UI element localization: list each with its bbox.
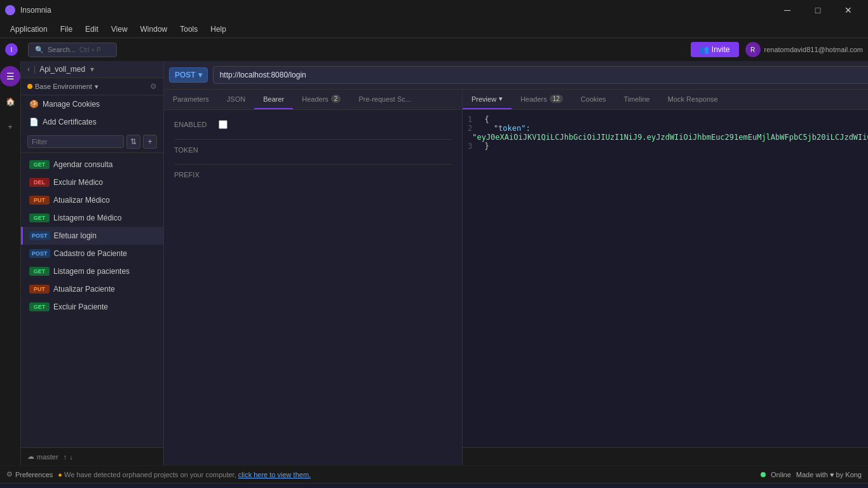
sidebar-item-atualizar-paciente[interactable]: PUT Atualizar Paciente xyxy=(21,280,163,298)
method-badge-put: PUT xyxy=(29,285,50,294)
app-layout: ☰ 🏠 + ‹ | Api_voll_med ▾ Base Environmen… xyxy=(0,61,868,465)
sidebar-item-listagem-pacientes[interactable]: GET Listagem de pacientes xyxy=(21,262,163,280)
title-bar-title: Insomnia xyxy=(20,6,51,15)
method-badge-get: GET xyxy=(29,267,50,276)
header-search[interactable]: 🔍 Search... Ctrl + P xyxy=(28,43,117,57)
tab-mock-response[interactable]: Mock Response xyxy=(659,90,727,109)
sidebar-item-agendar[interactable]: GET Agendar consulta xyxy=(21,156,163,173)
enabled-checkbox[interactable] xyxy=(219,120,227,129)
sidebar-item-excluir-medico[interactable]: DEL Excluir Médico xyxy=(21,173,163,191)
item-name: Atualizar Médico xyxy=(53,196,110,205)
maximize-button[interactable]: □ xyxy=(803,0,832,20)
invite-button[interactable]: 👥 Invite xyxy=(691,42,739,57)
taskbar-edge[interactable]: 🌐 xyxy=(198,485,221,489)
prefix-label: PREFIX xyxy=(174,171,212,179)
search-icon: 🔍 xyxy=(35,46,44,54)
sync-down-icon[interactable]: ↓ xyxy=(69,453,73,461)
nav-home[interactable]: 🏠 xyxy=(0,92,20,112)
menu-application[interactable]: Application xyxy=(5,22,53,36)
user-email: renatomdavid811@hotmail.com xyxy=(764,46,863,53)
made-with: Made with ♥ by Kong xyxy=(796,471,862,478)
tab-prerequest[interactable]: Pre-request Sc... xyxy=(349,90,420,109)
menu-tools[interactable]: Tools xyxy=(175,22,203,36)
breadcrumb-separator: | xyxy=(34,65,36,74)
env-name: Base Environment xyxy=(35,83,92,90)
method-label: POST xyxy=(175,71,196,79)
tab-bearer[interactable]: Bearer xyxy=(254,90,293,109)
user-info[interactable]: R renatomdavid811@hotmail.com xyxy=(745,42,863,57)
minimize-button[interactable]: ─ xyxy=(773,0,802,20)
workspace-icon[interactable]: ☰ xyxy=(0,66,20,86)
sidebar-item-atualizar-medico[interactable]: PUT Atualizar Médico xyxy=(21,191,163,209)
preferences-label: Preferences xyxy=(15,471,53,478)
env-selector[interactable]: Base Environment ▾ xyxy=(27,83,98,91)
menu-window[interactable]: Window xyxy=(135,22,173,36)
nav-add[interactable]: + xyxy=(0,117,20,137)
tab-response-headers[interactable]: Headers 12 xyxy=(512,90,572,109)
sidebar-items-list: GET Agendar consulta DEL Excluir Médico … xyxy=(21,153,163,447)
tab-json[interactable]: JSON xyxy=(218,90,254,109)
taskbar-task-view[interactable]: ⬛ xyxy=(150,485,173,489)
app-icon xyxy=(5,5,15,15)
taskbar-whatsapp[interactable]: 💬 xyxy=(295,485,318,489)
notif-link[interactable]: click here to view them. xyxy=(238,471,311,478)
method-badge-post: POST xyxy=(29,231,50,240)
tab-headers[interactable]: Headers 2 xyxy=(293,90,349,109)
tab-cookies[interactable]: Cookies xyxy=(572,90,615,109)
bearer-enabled-row: ENABLED xyxy=(174,120,452,129)
online-indicator xyxy=(761,472,766,477)
preview-chevron: ▾ xyxy=(499,95,503,103)
header-nav: I 🔍 Search... Ctrl + P 👥 Invite R renato… xyxy=(0,38,868,61)
sidebar-item-excluir-paciente[interactable]: GET Excluir Paciente xyxy=(21,298,163,316)
cert-icon: 📄 xyxy=(29,118,39,126)
taskbar-browser2[interactable]: 🌊 xyxy=(343,485,366,489)
header-logo: I xyxy=(5,43,18,56)
menu-file[interactable]: File xyxy=(55,22,78,36)
taskbar-chrome[interactable] xyxy=(174,485,197,489)
warning-dot: ● xyxy=(58,471,62,478)
sidebar-item-efetuar-login[interactable]: POST Efetuar login xyxy=(21,227,163,245)
collection-chevron[interactable]: ▾ xyxy=(90,65,94,74)
env-gear-icon[interactable]: ⚙ xyxy=(150,82,157,91)
sync-up-icon[interactable]: ↑ xyxy=(64,453,67,461)
invite-label: Invite xyxy=(712,45,730,54)
url-input[interactable] xyxy=(213,66,868,84)
method-badge-get: GET xyxy=(29,214,50,222)
response-panel: Preview ▾ Headers 12 Cookies Timeline Mo… xyxy=(463,90,868,465)
taskbar-store[interactable]: 🛍 xyxy=(222,485,245,489)
json-line-3: 3 } xyxy=(468,142,868,151)
tab-preview[interactable]: Preview ▾ xyxy=(463,90,512,109)
add-certificates-item[interactable]: 📄 Add Certificates xyxy=(21,113,163,131)
preferences-btn[interactable]: ⚙ Preferences xyxy=(6,470,53,478)
manage-cookies-label: Manage Cookies xyxy=(43,100,100,109)
taskbar-mail[interactable]: ✉ xyxy=(247,485,269,489)
menu-help[interactable]: Help xyxy=(205,22,231,36)
title-bar: Insomnia ─ □ ✕ xyxy=(0,0,868,20)
close-button[interactable]: ✕ xyxy=(834,0,863,20)
start-button[interactable]: ⊞ xyxy=(5,486,25,489)
sidebar-item-cadastro-paciente[interactable]: POST Cadastro de Paciente xyxy=(21,245,163,262)
taskbar-files[interactable]: 📁 xyxy=(271,485,294,489)
taskbar-jetbrains[interactable]: 🔧 xyxy=(319,485,342,489)
taskbar: ⊞ 🔍 Pesquisar ⬛ 🌐 🛍 ✉ 📁 💬 🔧 xyxy=(0,483,868,488)
sidebar-item-listagem-medico[interactable]: GET Listagem de Médico xyxy=(21,209,163,227)
manage-cookies-item[interactable]: 🍪 Manage Cookies xyxy=(21,95,163,113)
filter-input[interactable] xyxy=(27,135,124,148)
method-selector[interactable]: POST ▾ xyxy=(169,67,208,83)
title-bar-left: Insomnia xyxy=(5,5,51,15)
filter-add-btn[interactable]: + xyxy=(143,135,157,149)
breadcrumb-back[interactable]: ‹ xyxy=(27,65,30,74)
menu-edit[interactable]: Edit xyxy=(80,22,104,36)
app-logo-icon: I xyxy=(5,43,18,56)
cookies-icon: 🍪 xyxy=(29,100,39,109)
env-chevron: ▾ xyxy=(95,83,98,91)
tab-timeline[interactable]: Timeline xyxy=(615,90,659,109)
method-badge-get: GET xyxy=(29,302,50,311)
method-badge-get: GET xyxy=(29,160,50,169)
filter-sort-btn[interactable]: ⇅ xyxy=(126,135,140,149)
search-label: Search... xyxy=(48,46,76,53)
tab-parameters[interactable]: Parameters xyxy=(164,90,218,109)
menu-view[interactable]: View xyxy=(106,22,133,36)
taskbar-db[interactable]: 🐬 xyxy=(367,485,390,489)
request-tabs: Parameters JSON Bearer Headers 2 Pre-req… xyxy=(164,90,462,110)
